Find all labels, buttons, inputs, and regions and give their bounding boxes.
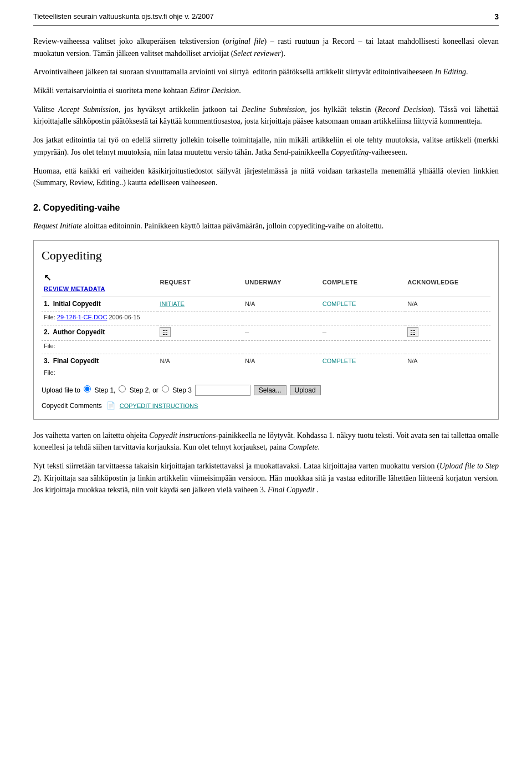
row1-file: File: 29-128-1-CE.DOC 2006-06-15: [42, 312, 490, 325]
upload-label: Upload file to: [42, 385, 80, 395]
row1-acknowledge: N/A: [405, 297, 490, 312]
row1-complete: COMPLETE: [320, 297, 406, 312]
col-header-request: REQUEST: [157, 270, 243, 297]
page-number: 3: [494, 11, 499, 23]
row2-request[interactable]: ☷: [157, 325, 243, 341]
table-row: 3. Final Copyedit N/A N/A COMPLETE N/A: [42, 354, 490, 368]
section-2-intro: Request Initiate aloittaa editoinnin. Pa…: [33, 220, 499, 232]
row3-file: File:: [42, 368, 490, 380]
row3-request: N/A: [157, 354, 243, 368]
upload-file-input[interactable]: [195, 385, 250, 396]
paragraph-4: Valitse Accept Submission, jos hyväksyt …: [33, 104, 499, 128]
upload-button[interactable]: Upload: [290, 385, 321, 395]
step2-radio[interactable]: [119, 385, 126, 392]
row1-underway: N/A: [243, 297, 320, 312]
row1-name: 1. Initial Copyedit: [42, 297, 157, 312]
header-title: Tieteellisten seurain valtuuskunta ojs.t…: [33, 11, 214, 22]
step3-radio[interactable]: [162, 385, 169, 392]
col-header-underway: UNDERWAY: [243, 270, 320, 297]
paragraph-2: Arvointivaiheen jälkeen tai suoraan sivu…: [33, 66, 499, 78]
step2-text: Step 2, or: [130, 386, 158, 394]
page-header: Tieteellisten seurain valtuuskunta ojs.t…: [33, 11, 499, 26]
row3-complete: COMPLETE: [320, 354, 406, 368]
request-icon-btn[interactable]: ☷: [160, 327, 171, 337]
step1-label[interactable]: Step 1,: [84, 385, 115, 395]
paragraph-6: Huomaa, että kaikki eri vaiheiden käsiki…: [33, 165, 499, 189]
file-link-1[interactable]: 29-128-1-CE.DOC: [57, 314, 107, 320]
paragraph-5: Jos jatkat editointia tai työ on edellä …: [33, 134, 499, 158]
row3-name: 3. Final Copyedit: [42, 354, 157, 368]
row2-acknowledge[interactable]: ☷: [405, 325, 490, 341]
row2-complete: –: [320, 325, 406, 341]
table-row: 1. Initial Copyedit INITIATE N/A COMPLET…: [42, 297, 490, 312]
footer-paragraph-2: Nyt teksti siirretään tarvittaessa takai…: [33, 460, 499, 496]
step1-text: Step 1,: [94, 386, 115, 394]
col-header-name: ↖ REVIEW METADATA: [42, 270, 157, 297]
copyedit-instructions-link[interactable]: COPYEDIT INSTRUCTIONS: [120, 401, 198, 411]
comments-label: Copyedit Comments: [42, 401, 102, 411]
row3-subrow: File:: [42, 368, 490, 380]
copyedit-comments-row: Copyedit Comments 📄 COPYEDIT INSTRUCTION…: [42, 400, 490, 411]
row2-underway: –: [243, 325, 320, 341]
step3-label[interactable]: Step 3: [162, 385, 192, 395]
step2-label[interactable]: Step 2, or: [119, 385, 158, 395]
copyediting-title: Copyediting: [42, 246, 490, 264]
initiate-link[interactable]: INITIATE: [160, 300, 184, 307]
paragraph-1: Review-vaiheessa valitset joko alkuperäi…: [33, 35, 499, 59]
step1-radio[interactable]: [84, 385, 91, 392]
review-metadata-link[interactable]: REVIEW METADATA: [44, 284, 153, 294]
row2-file: File:: [42, 341, 490, 354]
row2-subrow: File:: [42, 341, 490, 354]
row3-underway: N/A: [243, 354, 320, 368]
copyediting-panel: Copyediting ↖ REVIEW METADATA REQUEST UN…: [33, 240, 499, 420]
cursor-icon: ↖: [44, 273, 51, 282]
step3-text: Step 3: [172, 386, 192, 394]
row1-request[interactable]: INITIATE: [157, 297, 243, 312]
row2-name: 2. Author Copyedit: [42, 325, 157, 341]
acknowledge-icon-btn[interactable]: ☷: [407, 327, 418, 337]
row3-acknowledge: N/A: [405, 354, 490, 368]
browse-button[interactable]: Selaa...: [254, 385, 287, 395]
col-header-acknowledge: ACKNOWLEDGE: [405, 270, 490, 297]
footer-paragraph-1: Jos vaihetta varten on laitettu ohjeita …: [33, 430, 499, 453]
comments-icon: 📄: [106, 400, 115, 411]
paragraph-3: Mikäli vertaisarviointia ei suoriteta me…: [33, 85, 499, 97]
col-header-complete: COMPLETE: [320, 270, 406, 297]
upload-row: Upload file to Step 1, Step 2, or Step 3…: [42, 385, 490, 396]
copyediting-table: ↖ REVIEW METADATA REQUEST UNDERWAY COMPL…: [42, 270, 490, 380]
table-row: 2. Author Copyedit ☷ – – ☷: [42, 325, 490, 341]
row1-subrow: File: 29-128-1-CE.DOC 2006-06-15: [42, 312, 490, 325]
section-2-heading: 2. Copyediting-vaihe: [33, 201, 499, 215]
